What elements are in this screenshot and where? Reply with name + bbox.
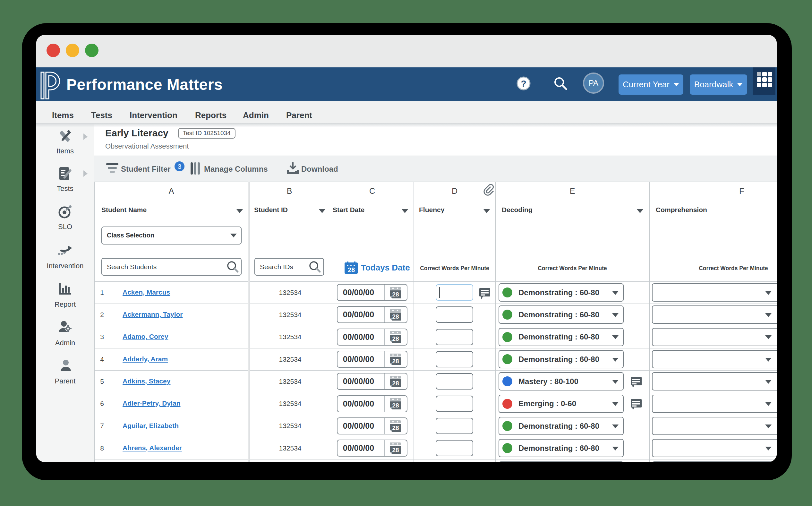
svg-text:28: 28	[392, 447, 399, 453]
svg-text:28: 28	[392, 335, 399, 342]
svg-text:28: 28	[392, 380, 399, 387]
svg-text:28: 28	[392, 402, 399, 409]
svg-text:?: ?	[521, 79, 526, 89]
svg-text:28: 28	[392, 291, 399, 298]
svg-text:28: 28	[348, 266, 355, 273]
svg-text:28: 28	[392, 424, 399, 431]
svg-text:28: 28	[392, 358, 399, 364]
svg-text:28: 28	[392, 313, 399, 320]
